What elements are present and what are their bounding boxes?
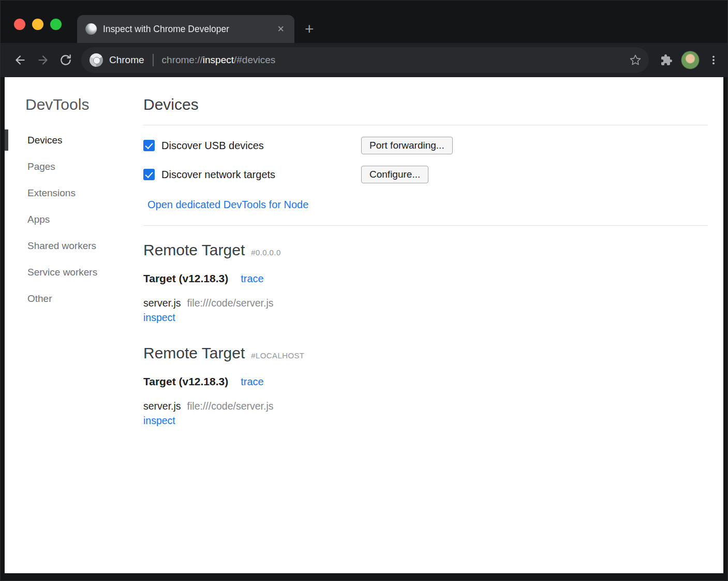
remote-target-section: Remote Target #0.0.0.0 Target (v12.18.3)… bbox=[143, 241, 708, 324]
inspect-link[interactable]: inspect bbox=[143, 415, 175, 427]
sidebar-item-apps[interactable]: Apps bbox=[5, 206, 139, 233]
discover-network-label: Discover network targets bbox=[161, 169, 275, 181]
sidebar-item-pages[interactable]: Pages bbox=[5, 153, 139, 180]
new-tab-button[interactable] bbox=[305, 15, 314, 43]
window-minimize-button[interactable] bbox=[32, 19, 43, 30]
remote-target-heading: Remote Target bbox=[143, 241, 245, 259]
omnibox-app-name: Chrome bbox=[109, 54, 144, 66]
target-file-row: server.js file:///code/server.js bbox=[143, 297, 708, 309]
chrome-logo-icon bbox=[90, 53, 103, 67]
forward-button[interactable] bbox=[32, 49, 54, 71]
main-panel: Devices Discover USB devices Port forwar… bbox=[139, 77, 723, 573]
back-button[interactable] bbox=[9, 49, 32, 71]
inspect-link[interactable]: inspect bbox=[143, 312, 175, 324]
page-content: DevTools Devices Pages Extensions Apps S… bbox=[5, 77, 723, 573]
open-node-devtools-link[interactable]: Open dedicated DevTools for Node bbox=[147, 199, 308, 211]
remote-target-heading-row: Remote Target #0.0.0.0 bbox=[143, 241, 708, 259]
browser-toolbar: Chrome chrome://inspect/#devices bbox=[1, 43, 727, 77]
window-zoom-button[interactable] bbox=[50, 19, 62, 30]
sidebar-item-service-workers[interactable]: Service workers bbox=[5, 259, 139, 285]
target-name-row: Target (v12.18.3) trace bbox=[143, 375, 708, 388]
trace-link[interactable]: trace bbox=[241, 376, 263, 388]
sidebar-item-devices[interactable]: Devices bbox=[5, 127, 139, 153]
discover-usb-group: Discover USB devices bbox=[143, 140, 361, 152]
tab-title: Inspect with Chrome Developer bbox=[103, 24, 275, 35]
bookmark-button[interactable] bbox=[629, 54, 642, 66]
tab-favicon-icon bbox=[85, 23, 97, 35]
remote-target-section: Remote Target #LOCALHOST Target (v12.18.… bbox=[143, 344, 708, 427]
browser-tab[interactable]: Inspect with Chrome Developer bbox=[77, 15, 294, 43]
page-title: Devices bbox=[143, 96, 708, 113]
sidebar-title: DevTools bbox=[25, 96, 139, 113]
reload-button[interactable] bbox=[54, 49, 77, 71]
address-bar[interactable]: Chrome chrome://inspect/#devices bbox=[81, 47, 649, 73]
divider bbox=[143, 125, 708, 125]
port-forwarding-button[interactable]: Port forwarding... bbox=[361, 137, 453, 154]
target-file-path: file:///code/server.js bbox=[187, 400, 274, 412]
tab-close-icon[interactable] bbox=[275, 22, 286, 36]
window-close-button[interactable] bbox=[14, 19, 25, 30]
remote-target-id: #LOCALHOST bbox=[251, 351, 304, 360]
back-arrow-icon bbox=[13, 53, 27, 67]
omnibox-divider bbox=[153, 54, 154, 66]
discover-usb-row: Discover USB devices Port forwarding... bbox=[143, 136, 708, 155]
target-name: Target (v12.18.3) bbox=[143, 272, 228, 285]
sidebar-item-extensions[interactable]: Extensions bbox=[5, 180, 139, 206]
discover-usb-label: Discover USB devices bbox=[161, 140, 264, 152]
profile-avatar[interactable] bbox=[681, 51, 700, 69]
extensions-button[interactable] bbox=[660, 54, 673, 66]
puzzle-icon bbox=[660, 54, 673, 66]
divider bbox=[143, 225, 708, 226]
remote-target-heading: Remote Target bbox=[143, 344, 245, 362]
discover-network-checkbox[interactable] bbox=[143, 169, 155, 180]
target-name: Target (v12.18.3) bbox=[143, 375, 228, 388]
reload-icon bbox=[59, 53, 72, 67]
window-controls bbox=[14, 19, 62, 30]
target-file-name: server.js bbox=[143, 297, 181, 309]
browser-menu-button[interactable] bbox=[708, 54, 719, 66]
sidebar: DevTools Devices Pages Extensions Apps S… bbox=[5, 77, 139, 573]
url-scheme: chrome:// bbox=[162, 54, 203, 65]
trace-link[interactable]: trace bbox=[241, 273, 263, 285]
star-icon bbox=[629, 54, 642, 66]
discover-network-row: Discover network targets Configure... bbox=[143, 165, 708, 184]
target-file-path: file:///code/server.js bbox=[187, 297, 274, 309]
tab-strip: Inspect with Chrome Developer bbox=[1, 1, 727, 43]
discover-network-group: Discover network targets bbox=[143, 169, 361, 181]
forward-arrow-icon bbox=[36, 53, 50, 67]
toolbar-right bbox=[660, 51, 719, 69]
kebab-menu-icon bbox=[708, 54, 719, 66]
target-name-row: Target (v12.18.3) trace bbox=[143, 272, 708, 285]
url-highlight: inspect bbox=[203, 54, 234, 65]
url-rest: /#devices bbox=[234, 54, 275, 65]
remote-target-id: #0.0.0.0 bbox=[251, 248, 280, 257]
browser-window: Inspect with Chrome Developer Chrome chr… bbox=[0, 0, 728, 581]
url-text: chrome://inspect/#devices bbox=[162, 54, 276, 66]
configure-button[interactable]: Configure... bbox=[361, 166, 428, 183]
target-file-name: server.js bbox=[143, 400, 181, 412]
sidebar-item-other[interactable]: Other bbox=[5, 285, 139, 312]
sidebar-item-shared-workers[interactable]: Shared workers bbox=[5, 233, 139, 259]
remote-target-heading-row: Remote Target #LOCALHOST bbox=[143, 344, 708, 362]
discover-usb-checkbox[interactable] bbox=[143, 140, 155, 151]
target-file-row: server.js file:///code/server.js bbox=[143, 400, 708, 412]
